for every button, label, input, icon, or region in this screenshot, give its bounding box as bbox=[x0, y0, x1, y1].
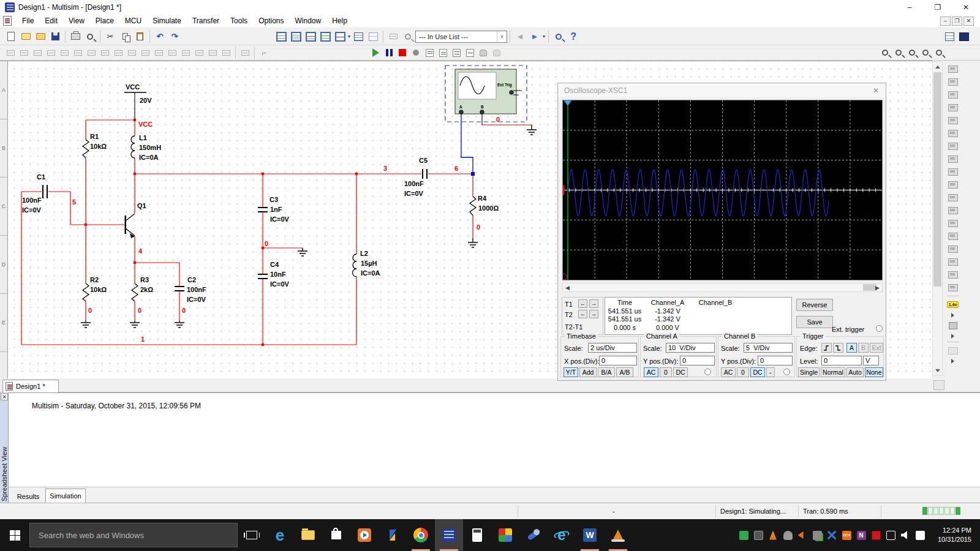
taskbar-word-button[interactable]: W bbox=[576, 519, 604, 551]
undo-button[interactable]: ↶ bbox=[153, 29, 167, 44]
tray-notifications-button[interactable] bbox=[913, 519, 927, 551]
print-preview-button[interactable] bbox=[83, 29, 97, 44]
oscilloscope-close-icon[interactable]: ✕ bbox=[871, 86, 881, 96]
taskbar-chrome-button[interactable] bbox=[407, 519, 435, 551]
toggle-spreadsheet-button[interactable] bbox=[288, 29, 303, 44]
tektronix-oscilloscope-button[interactable] bbox=[946, 281, 960, 294]
menu-options[interactable]: Options bbox=[253, 14, 289, 28]
timebase-scale-field[interactable] bbox=[588, 343, 637, 353]
stop-simulation-button[interactable] bbox=[396, 46, 409, 59]
scroll-down-icon[interactable] bbox=[933, 365, 942, 375]
inductor-L2[interactable] bbox=[353, 254, 356, 277]
display-scrollbar[interactable]: ◀ ▶ bbox=[562, 283, 883, 292]
zoom-in-button[interactable] bbox=[878, 46, 892, 59]
print-button[interactable] bbox=[68, 29, 83, 44]
in-use-list-dropdown[interactable]: --- In Use List --- ∨ bbox=[415, 31, 507, 43]
rising-edge-icon[interactable] bbox=[821, 343, 832, 353]
probe-dropdown-icon[interactable] bbox=[946, 311, 960, 319]
trigger-source-ext-button[interactable]: Ext bbox=[870, 343, 883, 353]
channel-a-dc-button[interactable]: DC bbox=[673, 367, 688, 377]
resistor-R4[interactable] bbox=[470, 197, 476, 216]
run-simulation-button[interactable] bbox=[369, 46, 382, 59]
mdi-close-icon[interactable]: ✕ bbox=[963, 17, 974, 26]
taskbar-store-button[interactable] bbox=[322, 519, 350, 551]
t2-right-icon[interactable]: → bbox=[589, 310, 598, 318]
tray-adobe-reader-button[interactable] bbox=[869, 519, 883, 551]
cursor-1-handle[interactable] bbox=[564, 100, 571, 106]
wire-mode-icon[interactable]: ⌐ bbox=[257, 46, 271, 59]
add-mode-button[interactable]: Add bbox=[579, 367, 597, 377]
start-button[interactable] bbox=[0, 519, 29, 551]
component-group-icon[interactable] bbox=[206, 46, 219, 59]
tray-display-settings-button[interactable] bbox=[883, 519, 898, 551]
trigger-normal-button[interactable]: Normal bbox=[821, 367, 845, 377]
grapher-button[interactable] bbox=[351, 29, 366, 44]
tray-antivirus-button[interactable] bbox=[736, 519, 751, 551]
menu-mcu[interactable]: MCU bbox=[119, 14, 147, 28]
taskbar-tools-app-button[interactable] bbox=[519, 519, 548, 551]
menu-window[interactable]: Window bbox=[289, 14, 326, 28]
toggle-graphs-button[interactable] bbox=[333, 29, 347, 44]
ext-trigger-radio[interactable] bbox=[876, 325, 883, 332]
taskbar-multisim-button[interactable] bbox=[435, 519, 463, 551]
multimeter-button[interactable] bbox=[946, 62, 960, 75]
capacitor-C1[interactable] bbox=[43, 185, 47, 198]
bode-plotter-button[interactable] bbox=[946, 127, 960, 140]
annotate-dropdown-icon[interactable]: ▾ bbox=[543, 34, 545, 39]
spreadsheet-close-icon[interactable]: ✕ bbox=[1, 393, 8, 400]
ab-mode-button[interactable]: A/B bbox=[616, 367, 633, 377]
trigger-auto-button[interactable]: Auto bbox=[846, 367, 864, 377]
reverse-button[interactable]: Reverse bbox=[796, 299, 833, 311]
tray-vlc-tray-button[interactable] bbox=[766, 519, 780, 551]
component-group-icon[interactable] bbox=[17, 46, 31, 59]
labview-instrument-button[interactable] bbox=[946, 319, 960, 332]
trigger-none-button[interactable]: None bbox=[865, 367, 883, 377]
taskbar-internet-explorer-button[interactable]: e bbox=[548, 519, 576, 551]
virtual-rated-button[interactable] bbox=[238, 46, 252, 59]
channel-b-minus-button[interactable]: - bbox=[766, 367, 775, 377]
channel-b-ac-button[interactable]: AC bbox=[721, 367, 736, 377]
oscilloscope-symbol[interactable]: Ext Trig A B bbox=[445, 66, 527, 125]
falling-edge-icon[interactable] bbox=[833, 343, 843, 353]
component-group-icon[interactable] bbox=[44, 46, 58, 59]
taskbar-file-explorer-button[interactable] bbox=[294, 519, 322, 551]
tray-onedrive-button[interactable] bbox=[780, 519, 795, 551]
panel-view-button[interactable] bbox=[957, 29, 971, 44]
spectrum-analyzer-button[interactable] bbox=[946, 217, 960, 230]
t1-left-icon[interactable]: ← bbox=[578, 299, 587, 308]
circuit-wires[interactable] bbox=[21, 120, 532, 345]
zoom-full-button[interactable] bbox=[932, 46, 946, 59]
scrollbar-thumb[interactable] bbox=[933, 72, 941, 287]
step-over-button[interactable] bbox=[450, 46, 463, 59]
t2-left-icon[interactable]: ← bbox=[578, 310, 587, 318]
logic-converter-button[interactable] bbox=[946, 165, 960, 178]
element-wizard-button[interactable] bbox=[386, 29, 401, 44]
agilent-oscilloscope-button[interactable] bbox=[946, 268, 960, 281]
resistor-R1[interactable] bbox=[83, 140, 89, 158]
taskbar-task-view-button[interactable] bbox=[238, 519, 266, 551]
t1-right-icon[interactable]: → bbox=[589, 299, 598, 308]
copy-button[interactable] bbox=[118, 29, 132, 44]
menu-simulate[interactable]: Simulate bbox=[147, 14, 187, 28]
mdi-restore-icon[interactable]: ❐ bbox=[952, 17, 962, 26]
agilent-function-generator-button[interactable] bbox=[946, 242, 960, 255]
iv-analyzer-button[interactable] bbox=[946, 191, 960, 204]
channel-a-ac-button[interactable]: AC bbox=[644, 367, 658, 377]
word-generator-button[interactable] bbox=[946, 152, 960, 165]
menu-edit[interactable]: Edit bbox=[39, 14, 63, 28]
yt-mode-button[interactable]: Y/T bbox=[564, 367, 578, 377]
current-clamp-button[interactable] bbox=[946, 344, 960, 357]
back-annotate-button[interactable]: ◄ bbox=[513, 29, 527, 44]
trigger-source-a-button[interactable]: A bbox=[846, 343, 857, 353]
step-into-button[interactable] bbox=[436, 46, 450, 59]
frequency-counter-button[interactable] bbox=[946, 140, 960, 152]
find-button[interactable] bbox=[551, 29, 566, 44]
menu-transfer[interactable]: Transfer bbox=[187, 14, 225, 28]
capture-view-button[interactable] bbox=[942, 29, 957, 44]
tray-volume-button[interactable] bbox=[898, 519, 913, 551]
record-button[interactable] bbox=[409, 46, 423, 59]
taskbar-movies-app-button[interactable] bbox=[350, 519, 379, 551]
component-group-icon[interactable] bbox=[71, 46, 85, 59]
new-document-button[interactable] bbox=[4, 29, 18, 44]
timebase-xpos-field[interactable] bbox=[599, 356, 637, 365]
